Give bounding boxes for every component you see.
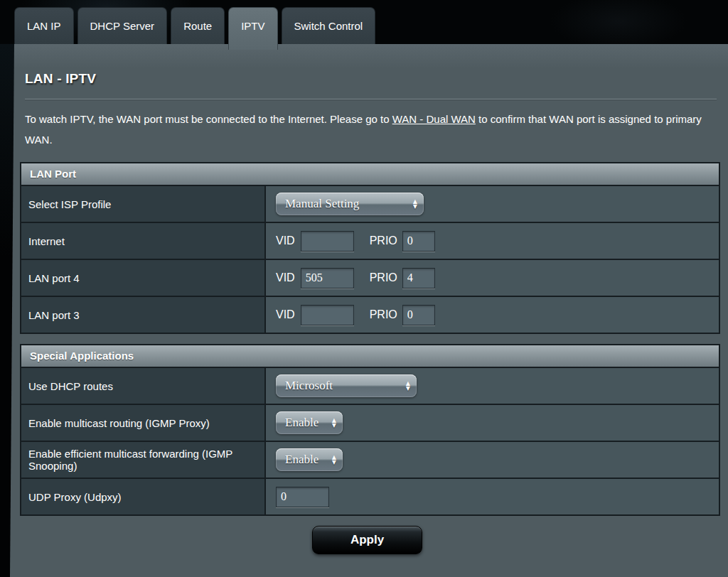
content-panel: LAN - IPTV To watch IPTV, the WAN port m… bbox=[0, 44, 728, 577]
vid-label: VID bbox=[276, 308, 295, 321]
prio-label: PRIO bbox=[370, 271, 397, 284]
igmp-proxy-select-value: Enable bbox=[285, 416, 318, 430]
apply-button-container: Apply bbox=[14, 526, 720, 554]
internet-prio-input[interactable] bbox=[402, 231, 435, 252]
arrow-down-icon: ▼ bbox=[413, 204, 417, 209]
dhcp-routes-select-value: Microsoft bbox=[285, 379, 333, 393]
table-row-dhcp-routes: Use DHCP routes Microsoft ▲▼ bbox=[21, 367, 719, 404]
igmp-snooping-label: Enable efficient multicast forwarding (I… bbox=[21, 442, 266, 478]
internet-vid-input[interactable] bbox=[301, 231, 354, 252]
vid-label: VID bbox=[276, 234, 295, 247]
arrow-down-icon: ▼ bbox=[332, 460, 336, 465]
arrow-down-icon: ▼ bbox=[406, 386, 410, 391]
tab-lan-ip[interactable]: LAN IP bbox=[14, 7, 74, 44]
lan-port-3-label: LAN port 3 bbox=[21, 297, 266, 333]
tab-iptv[interactable]: IPTV bbox=[228, 7, 277, 50]
igmp-snooping-select-value: Enable bbox=[285, 453, 318, 467]
description-text-before: To watch IPTV, the WAN port must be conn… bbox=[25, 113, 392, 125]
select-arrows-icon: ▲▼ bbox=[413, 199, 417, 209]
dhcp-routes-value-cell: Microsoft ▲▼ bbox=[266, 368, 719, 404]
igmp-proxy-value-cell: Enable ▲▼ bbox=[266, 405, 719, 441]
tab-route[interactable]: Route bbox=[171, 7, 225, 44]
title-divider bbox=[25, 99, 717, 100]
table-row-udp-proxy: UDP Proxy (Udpxy) bbox=[21, 478, 719, 514]
isp-profile-label: Select ISP Profile bbox=[21, 186, 266, 222]
lan-port-section: LAN Port Select ISP Profile Manual Setti… bbox=[20, 162, 720, 334]
page-title: LAN - IPTV bbox=[25, 71, 720, 87]
tab-dhcp-server[interactable]: DHCP Server bbox=[77, 7, 168, 44]
table-row-lan-port-4: LAN port 4 VID PRIO bbox=[21, 259, 719, 296]
select-arrows-icon: ▲▼ bbox=[332, 455, 336, 465]
table-row-isp-profile: Select ISP Profile Manual Setting ▲▼ bbox=[21, 185, 719, 222]
table-row-igmp-proxy: Enable multicast routing (IGMP Proxy) En… bbox=[21, 404, 719, 441]
igmp-proxy-label: Enable multicast routing (IGMP Proxy) bbox=[21, 405, 266, 441]
dhcp-routes-select[interactable]: Microsoft ▲▼ bbox=[276, 374, 417, 397]
igmp-snooping-value-cell: Enable ▲▼ bbox=[266, 442, 719, 478]
prio-label: PRIO bbox=[370, 234, 397, 247]
table-row-lan-port-3: LAN port 3 VID PRIO bbox=[21, 296, 719, 333]
special-applications-header: Special Applications bbox=[21, 345, 719, 367]
lan-port-4-vid-input[interactable] bbox=[301, 268, 354, 288]
igmp-snooping-select[interactable]: Enable ▲▼ bbox=[276, 448, 343, 471]
lan-port-4-label: LAN port 4 bbox=[21, 260, 266, 296]
lan-port-4-prio-input[interactable] bbox=[402, 268, 435, 288]
udp-proxy-input[interactable] bbox=[276, 487, 329, 507]
udp-proxy-value-cell bbox=[266, 479, 719, 514]
igmp-proxy-select[interactable]: Enable ▲▼ bbox=[276, 411, 343, 434]
lan-port-3-vid-input[interactable] bbox=[301, 305, 354, 325]
special-applications-section: Special Applications Use DHCP routes Mic… bbox=[20, 344, 720, 516]
table-row-internet: Internet VID PRIO bbox=[21, 222, 719, 259]
isp-profile-select[interactable]: Manual Setting ▲▼ bbox=[276, 193, 424, 215]
internet-label: Internet bbox=[21, 223, 266, 259]
table-row-igmp-snooping: Enable efficient multicast forwarding (I… bbox=[21, 441, 719, 478]
select-arrows-icon: ▲▼ bbox=[332, 418, 336, 428]
tab-bar: LAN IP DHCP Server Route IPTV Switch Con… bbox=[14, 7, 375, 50]
select-arrows-icon: ▲▼ bbox=[406, 381, 410, 391]
udp-proxy-label: UDP Proxy (Udpxy) bbox=[21, 479, 266, 514]
lan-port-3-value-cell: VID PRIO bbox=[266, 297, 719, 333]
isp-profile-value-cell: Manual Setting ▲▼ bbox=[266, 186, 719, 222]
arrow-down-icon: ▼ bbox=[332, 423, 336, 428]
prio-label: PRIO bbox=[370, 308, 397, 321]
isp-profile-select-value: Manual Setting bbox=[285, 197, 359, 211]
lan-port-4-value-cell: VID PRIO bbox=[266, 260, 719, 296]
apply-button[interactable]: Apply bbox=[312, 526, 422, 554]
vid-label: VID bbox=[276, 271, 295, 284]
page-description: To watch IPTV, the WAN port must be conn… bbox=[25, 109, 713, 150]
dual-wan-link[interactable]: WAN - Dual WAN bbox=[392, 113, 476, 125]
internet-value-cell: VID PRIO bbox=[266, 223, 719, 259]
lan-port-3-prio-input[interactable] bbox=[402, 305, 435, 325]
tab-switch-control[interactable]: Switch Control bbox=[282, 7, 376, 44]
dhcp-routes-label: Use DHCP routes bbox=[21, 368, 266, 404]
lan-port-header: LAN Port bbox=[21, 163, 719, 185]
left-edge-background bbox=[0, 44, 14, 577]
